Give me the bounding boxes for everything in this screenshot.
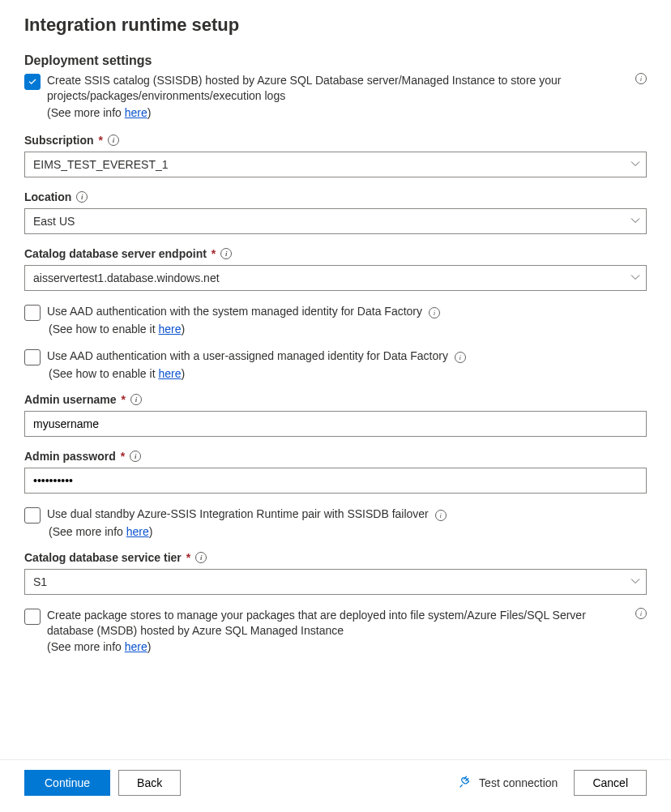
aad-system-label: Use AAD authentication with the system m… — [47, 305, 422, 318]
aad-user-checkbox[interactable] — [24, 349, 41, 365]
ssisdb-note-link[interactable]: here — [125, 106, 147, 119]
ssisdb-note-prefix: (See more info — [47, 106, 125, 119]
catalog-endpoint-label: Catalog database server endpoint — [24, 247, 207, 260]
required-indicator: * — [186, 551, 190, 564]
info-icon[interactable]: i — [429, 307, 440, 318]
location-value: East US — [33, 215, 75, 228]
package-stores-note-prefix: (See more info — [47, 640, 125, 653]
aad-system-note-link[interactable]: here — [158, 323, 181, 335]
aad-user-note-link[interactable]: here — [158, 367, 181, 380]
dual-standby-checkbox[interactable] — [24, 507, 41, 524]
subscription-label: Subscription — [24, 134, 94, 147]
dual-standby-label: Use dual standby Azure-SSIS Integration … — [47, 507, 429, 520]
admin-password-field[interactable] — [24, 468, 647, 494]
ssisdb-checkbox-label: Create SSIS catalog (SSISDB) hosted by A… — [47, 74, 561, 102]
package-stores-label: Create package stores to manage your pac… — [47, 609, 586, 637]
info-icon[interactable]: i — [455, 352, 466, 363]
info-icon[interactable]: i — [635, 608, 647, 619]
info-icon[interactable]: i — [108, 135, 119, 146]
continue-button[interactable]: Continue — [24, 770, 110, 796]
info-icon[interactable]: i — [195, 552, 207, 563]
package-stores-checkbox[interactable] — [24, 609, 41, 625]
required-indicator: * — [122, 393, 126, 406]
info-icon[interactable]: i — [130, 451, 141, 462]
plug-icon — [458, 775, 472, 792]
location-select[interactable]: East US — [24, 208, 647, 234]
cancel-button[interactable]: Cancel — [574, 770, 647, 796]
test-connection-label: Test connection — [479, 776, 558, 789]
admin-password-label: Admin password — [24, 450, 116, 463]
aad-user-note-prefix: (See how to enable it — [49, 367, 158, 380]
aad-user-label: Use AAD authentication with a user-assig… — [47, 349, 448, 362]
aad-system-note-suffix: ) — [181, 323, 185, 335]
test-connection-button[interactable]: Test connection — [458, 775, 558, 792]
dual-standby-note-link[interactable]: here — [126, 525, 149, 538]
info-icon[interactable]: i — [220, 248, 232, 259]
info-icon[interactable]: i — [635, 73, 647, 84]
service-tier-select[interactable]: S1 — [24, 569, 647, 595]
location-label: Location — [24, 190, 71, 203]
info-icon[interactable]: i — [130, 394, 142, 405]
info-icon[interactable]: i — [435, 510, 447, 521]
service-tier-label: Catalog database service tier — [24, 551, 182, 564]
required-indicator: * — [99, 134, 103, 147]
dual-standby-note-suffix: ) — [149, 525, 153, 538]
aad-system-note-prefix: (See how to enable it — [49, 323, 158, 335]
aad-user-note-suffix: ) — [181, 367, 185, 380]
footer-bar: Continue Back Test connection Cancel — [0, 759, 671, 812]
ssisdb-checkbox[interactable] — [24, 74, 41, 90]
catalog-endpoint-select[interactable]: aisservertest1.database.windows.net — [24, 265, 647, 291]
section-title-deployment: Deployment settings — [24, 53, 647, 68]
required-indicator: * — [212, 247, 216, 260]
subscription-select[interactable]: EIMS_TEST_EVEREST_1 — [24, 152, 647, 177]
aad-system-checkbox[interactable] — [24, 305, 41, 321]
service-tier-value: S1 — [33, 575, 47, 588]
catalog-endpoint-value: aisservertest1.database.windows.net — [33, 271, 220, 284]
package-stores-note-suffix: ) — [147, 640, 152, 653]
page-title: Integration runtime setup — [24, 15, 647, 36]
admin-username-field[interactable] — [24, 411, 647, 437]
admin-username-label: Admin username — [24, 393, 117, 406]
required-indicator: * — [121, 450, 125, 463]
back-button[interactable]: Back — [118, 770, 181, 796]
info-icon[interactable]: i — [76, 191, 88, 203]
subscription-value: EIMS_TEST_EVEREST_1 — [33, 158, 169, 171]
ssisdb-note-suffix: ) — [147, 106, 152, 119]
package-stores-note-link[interactable]: here — [125, 640, 147, 653]
dual-standby-note-prefix: (See more info — [49, 525, 126, 538]
